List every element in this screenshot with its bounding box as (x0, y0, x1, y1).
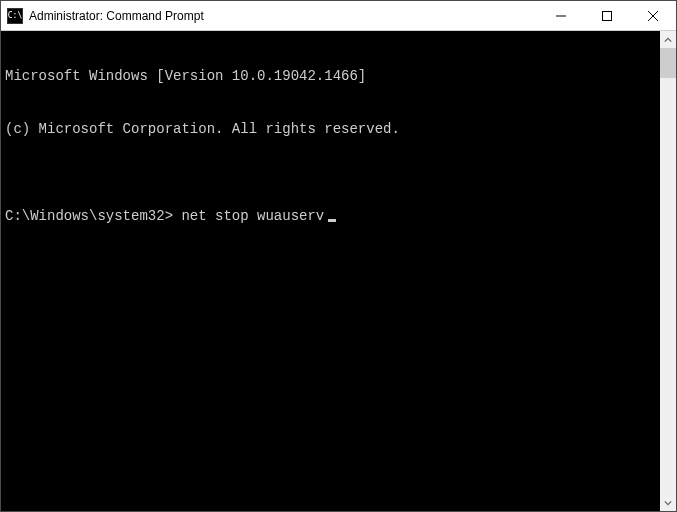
minimize-icon (556, 11, 566, 21)
minimize-button[interactable] (538, 1, 584, 30)
maximize-icon (602, 11, 612, 21)
terminal-prompt-line: C:\Windows\system32> net stop wuauserv (5, 208, 656, 226)
svg-rect-1 (603, 11, 612, 20)
terminal-command: net stop wuauserv (181, 208, 324, 224)
scroll-down-button[interactable] (660, 494, 676, 511)
terminal-content[interactable]: Microsoft Windows [Version 10.0.19042.14… (1, 31, 660, 511)
cmd-icon: C:\ (7, 8, 23, 24)
titlebar[interactable]: C:\ Administrator: Command Prompt (1, 1, 676, 31)
terminal-prompt: C:\Windows\system32> (5, 208, 173, 224)
window-title: Administrator: Command Prompt (29, 9, 538, 23)
terminal-line-version: Microsoft Windows [Version 10.0.19042.14… (5, 68, 656, 86)
close-icon (648, 11, 658, 21)
svg-rect-0 (556, 15, 566, 16)
chevron-up-icon (664, 36, 672, 44)
scroll-track[interactable] (660, 48, 676, 494)
terminal-area: Microsoft Windows [Version 10.0.19042.14… (1, 31, 676, 511)
vertical-scrollbar[interactable] (660, 31, 676, 511)
window-controls (538, 1, 676, 30)
scroll-thumb[interactable] (660, 48, 676, 78)
terminal-cursor (328, 219, 336, 222)
close-button[interactable] (630, 1, 676, 30)
chevron-down-icon (664, 499, 672, 507)
maximize-button[interactable] (584, 1, 630, 30)
scroll-up-button[interactable] (660, 31, 676, 48)
command-prompt-window: C:\ Administrator: Command Prompt (0, 0, 677, 512)
terminal-line-copyright: (c) Microsoft Corporation. All rights re… (5, 121, 656, 139)
cmd-icon-text: C:\ (8, 12, 22, 20)
